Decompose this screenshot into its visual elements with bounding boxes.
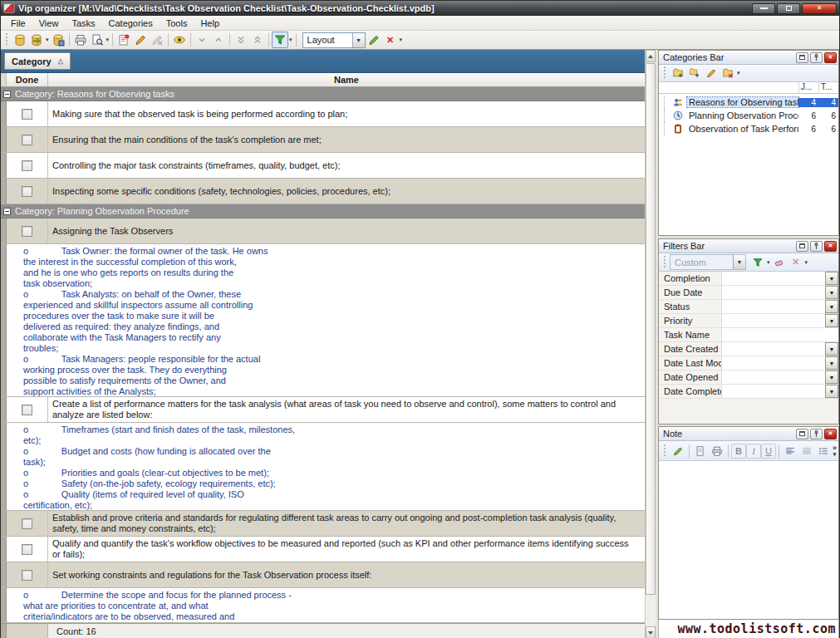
note-preview-button[interactable]: [692, 443, 709, 459]
task-name[interactable]: Create a list of performance matters for…: [48, 397, 645, 422]
scrollbar-track[interactable]: [646, 596, 656, 626]
toolbar-overflow-caret[interactable]: ▾: [400, 37, 403, 43]
note-print-button[interactable]: [709, 443, 725, 459]
panel-pin-button[interactable]: [810, 241, 823, 252]
category-tree-item[interactable]: Observation of Task Performance 6 6: [659, 122, 838, 135]
group-row[interactable]: Category: Reasons for Observing tasks: [1, 87, 645, 101]
filter-dropdown-button[interactable]: ▼: [825, 314, 838, 327]
task-note-row[interactable]: o Timeframes (start and finish dates of …: [1, 423, 645, 511]
task-note-row[interactable]: o Determine the scope and focus for the …: [1, 588, 645, 623]
panel-pin-button[interactable]: [810, 429, 823, 439]
menu-view[interactable]: View: [32, 17, 66, 30]
task-row[interactable]: Inspecting some specific conditions (saf…: [1, 179, 645, 204]
done-checkbox[interactable]: [22, 226, 32, 237]
task-name[interactable]: Inspecting some specific conditions (saf…: [48, 179, 645, 204]
view-task-button[interactable]: [171, 32, 188, 48]
delete-layout-button[interactable]: ✕: [382, 32, 399, 48]
task-name[interactable]: Qualify and quantify the task's workflow…: [48, 537, 645, 562]
filter-toggle-button[interactable]: [272, 32, 288, 48]
print-preview-button[interactable]: [89, 32, 106, 48]
done-checkbox[interactable]: [22, 570, 32, 581]
toolbar-gripper[interactable]: [663, 444, 667, 458]
menu-tasks[interactable]: Tasks: [65, 17, 101, 30]
move-down-button[interactable]: [194, 32, 210, 48]
clear-filter-button[interactable]: [771, 254, 788, 271]
done-checkbox[interactable]: [22, 109, 32, 120]
toolbar-gripper[interactable]: [663, 66, 667, 80]
panel-pin-button[interactable]: [810, 52, 823, 63]
layout-combobox-arrow[interactable]: ▼: [352, 33, 365, 47]
panel-close-button[interactable]: ✕: [824, 429, 837, 439]
note-toolbar-overflow[interactable]: »: [833, 444, 837, 451]
align-left-button[interactable]: [782, 443, 798, 459]
close-button[interactable]: ✕: [802, 3, 837, 14]
new-task-button[interactable]: [115, 32, 132, 48]
apply-layout-button[interactable]: [366, 32, 382, 48]
note-editor[interactable]: [659, 461, 838, 619]
maximize-button[interactable]: [777, 3, 800, 14]
move-up-button[interactable]: [210, 32, 227, 48]
filter-dropdown-button[interactable]: ▼: [825, 286, 838, 299]
panel-close-button[interactable]: ✕: [824, 241, 837, 252]
column-header-done[interactable]: Done: [7, 73, 48, 86]
toolbar-gripper[interactable]: [663, 256, 667, 269]
panel-close-button[interactable]: ✕: [824, 52, 837, 63]
edit-category-button[interactable]: [703, 65, 720, 81]
note-toolbar-caret[interactable]: ▾: [833, 451, 837, 458]
menu-file[interactable]: File: [4, 17, 32, 30]
categories-overflow-caret[interactable]: ▾: [737, 70, 740, 76]
save-database-button[interactable]: [50, 32, 66, 48]
group-row[interactable]: Category: Planning Observation Procedure: [1, 204, 645, 218]
add-category-button[interactable]: [670, 65, 686, 81]
open-database-button[interactable]: [28, 32, 45, 48]
task-name[interactable]: Establish and prove criteria and standar…: [48, 511, 645, 536]
tree-col-1[interactable]: J...: [798, 82, 818, 93]
filter-preset-arrow[interactable]: ▼: [733, 255, 745, 269]
done-checkbox[interactable]: [22, 518, 32, 529]
collapse-icon[interactable]: [3, 208, 11, 215]
menu-categories[interactable]: Categories: [102, 17, 160, 30]
panel-restore-button[interactable]: [796, 241, 808, 252]
filter-preset-combobox[interactable]: Custom ▼: [670, 254, 746, 270]
task-row[interactable]: Set working constraints and regulations …: [1, 562, 645, 588]
layout-combobox[interactable]: Layout ▼: [302, 32, 366, 48]
grid-vertical-scrollbar[interactable]: [645, 50, 656, 638]
remove-filter-button[interactable]: ✕: [788, 254, 804, 271]
task-row[interactable]: Assigning the Task Observers: [1, 218, 645, 244]
menu-help[interactable]: Help: [194, 17, 226, 30]
delete-category-button[interactable]: [720, 65, 736, 81]
task-name[interactable]: Making sure that the observed task is be…: [48, 101, 645, 126]
panel-restore-button[interactable]: [796, 429, 808, 439]
filter-value[interactable]: [722, 356, 825, 370]
filter-value[interactable]: [722, 300, 825, 313]
done-checkbox[interactable]: [22, 135, 32, 145]
move-bottom-button[interactable]: [233, 32, 249, 48]
filter-value[interactable]: [722, 286, 825, 299]
category-label[interactable]: Observation of Task Performance: [687, 124, 798, 134]
bold-button[interactable]: B: [731, 444, 746, 459]
filter-dropdown-button[interactable]: ▼: [825, 272, 838, 285]
filter-dropdown-button[interactable]: ▼: [825, 371, 838, 384]
scroll-up-button[interactable]: [646, 50, 656, 62]
minimize-button[interactable]: [752, 3, 775, 14]
note-save-button[interactable]: [670, 443, 686, 459]
toolbar-gripper[interactable]: [5, 33, 9, 47]
menu-tools[interactable]: Tools: [160, 17, 194, 30]
done-checkbox[interactable]: [22, 544, 32, 555]
filters-overflow-caret[interactable]: ▾: [805, 259, 808, 266]
done-checkbox[interactable]: [22, 186, 32, 197]
task-note-row[interactable]: o Task Owner: the formal owner of the ta…: [1, 244, 645, 397]
category-tree-item[interactable]: Planning Observation Procedure 6 6: [659, 109, 838, 122]
italic-button[interactable]: I: [746, 444, 761, 459]
task-row[interactable]: Ensuring that the main conditions of the…: [1, 127, 645, 153]
collapse-icon[interactable]: [3, 91, 11, 98]
category-tree-item[interactable]: Reasons for Observing tasks 4 4: [659, 96, 838, 109]
edit-task-button[interactable]: [132, 32, 149, 48]
task-name[interactable]: Assigning the Task Observers: [48, 218, 645, 243]
underline-button[interactable]: U: [761, 444, 776, 459]
filter-dropdown-button[interactable]: ▼: [825, 342, 838, 356]
filter-value[interactable]: [722, 314, 825, 327]
group-by-category-button[interactable]: Category △: [4, 52, 71, 70]
new-database-button[interactable]: [12, 32, 28, 48]
column-header-name[interactable]: Name: [48, 73, 645, 86]
